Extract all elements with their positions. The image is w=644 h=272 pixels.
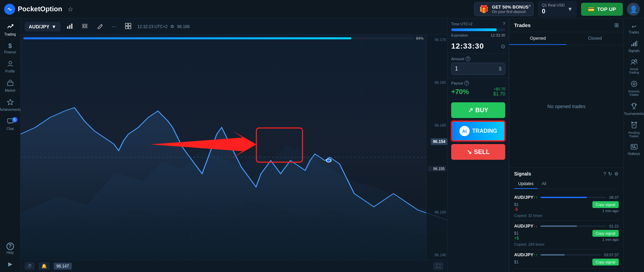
sidebar-item-profile[interactable]: Profile bbox=[1, 57, 19, 76]
current-price-box: 96.154 bbox=[431, 138, 447, 145]
signals-settings-icon[interactable]: ⚙ bbox=[614, 171, 619, 177]
sidebar-item-hotkeys[interactable]: Hotkeys bbox=[625, 141, 643, 158]
topup-button[interactable]: 💳 TOP UP bbox=[581, 3, 623, 16]
right-express-label: Express Trades bbox=[626, 90, 642, 96]
signals-tabs: Updates All bbox=[514, 179, 619, 189]
signal-item-3: AUD/JPY ↑↑ 03:57:37 $1 Copy signal bbox=[514, 249, 619, 269]
signal-amount-1: $1 bbox=[514, 202, 519, 207]
svg-point-9 bbox=[83, 25, 84, 27]
tab-closed[interactable]: Closed bbox=[566, 32, 623, 45]
sidebar-item-signals[interactable]: Signals bbox=[625, 38, 643, 55]
signal-copied-count-2: Copied: 169 times bbox=[514, 242, 619, 246]
svg-rect-5 bbox=[67, 26, 68, 29]
expiry-time: 12:33:30 bbox=[491, 33, 505, 37]
right-sidebar: ↩ Trades Signals bbox=[623, 18, 644, 272]
sell-button[interactable]: ↘ SELL bbox=[451, 144, 505, 160]
trades-grid-icon[interactable]: ⊞ bbox=[614, 22, 619, 28]
payout-prefix: +$0.70 bbox=[494, 87, 505, 91]
progress-area: 84% bbox=[21, 35, 426, 42]
sidebar-item-finance[interactable]: $ Finance bbox=[1, 40, 19, 57]
signals-tab-all[interactable]: All bbox=[538, 179, 550, 189]
sidebar-item-pending-trades[interactable]: Pending Trades bbox=[625, 119, 643, 141]
payout-help-icon[interactable]: ? bbox=[464, 81, 469, 86]
right-express-icon bbox=[631, 80, 638, 89]
sidebar-item-social-trading[interactable]: Social Trading bbox=[625, 56, 643, 77]
signals-refresh-icon[interactable]: ↻ bbox=[608, 171, 612, 177]
timer-reset-icon[interactable]: ⊙ bbox=[501, 43, 505, 50]
right-signals-label: Signals bbox=[628, 49, 640, 53]
topbar: PocketOption ☆ ✕ 🎁 GET 50% BONUS On your… bbox=[0, 0, 644, 18]
copy-signal-button-3[interactable]: Copy signal bbox=[592, 259, 619, 265]
sidebar-expand-button[interactable]: ▶ bbox=[1, 258, 19, 270]
timer-display: 12:33:30 bbox=[451, 42, 484, 51]
fullscreen-button[interactable]: ⛶ bbox=[433, 262, 443, 270]
svg-rect-32 bbox=[635, 42, 636, 46]
copy-signal-button-1[interactable]: Copy signal bbox=[592, 201, 619, 208]
bonus-icon: 🎁 bbox=[479, 5, 488, 14]
pair-dropdown-icon: ▼ bbox=[52, 24, 56, 29]
bottom-price-box: 96.147 bbox=[54, 263, 72, 270]
avatar[interactable]: 👤 bbox=[627, 3, 640, 16]
svg-rect-13 bbox=[125, 23, 128, 26]
ai-trading-button[interactable]: AI TRADING bbox=[451, 121, 505, 141]
sidebar-help-label: Help bbox=[6, 251, 14, 255]
amount-input[interactable]: 1 $ bbox=[451, 63, 505, 75]
tab-opened[interactable]: Opened bbox=[509, 32, 566, 45]
bonus-banner[interactable]: ✕ 🎁 GET 50% BONUS On your first deposit bbox=[474, 2, 534, 16]
expiry-bar: Time UTC+2 ? Expiration 12:33:30 bbox=[448, 18, 509, 39]
signal-pair-2: AUD/JPY bbox=[514, 223, 533, 229]
draw-button[interactable] bbox=[94, 22, 106, 32]
sidebar-item-express-trades[interactable]: Express Trades bbox=[625, 78, 643, 99]
progress-pct: 84% bbox=[416, 36, 424, 40]
sidebar-item-help[interactable]: ? Help bbox=[1, 240, 19, 257]
gear-icon[interactable]: ⚙ bbox=[170, 24, 174, 29]
logo[interactable]: PocketOption bbox=[4, 4, 62, 15]
signals-title: Signals bbox=[514, 171, 531, 177]
signals-section: Signals ? ↻ ⚙ Updates All AUD/JPY ↑↑ bbox=[509, 167, 623, 272]
balance-dropdown-icon[interactable]: ▼ bbox=[567, 6, 573, 12]
signal-bar-2 bbox=[540, 225, 606, 227]
sell-arrow-icon: ↘ bbox=[467, 148, 472, 156]
sidebar-item-chat[interactable]: Chat 5 bbox=[1, 115, 19, 133]
svg-point-1 bbox=[9, 61, 12, 64]
chart-type-button[interactable] bbox=[64, 22, 76, 32]
bonus-text: GET 50% BONUS On your first deposit bbox=[492, 4, 528, 14]
signal-bar-1 bbox=[540, 197, 606, 198]
payout-values: +70% +$0.70 $1.70 bbox=[451, 87, 505, 96]
price-level-4: 96.150 bbox=[428, 210, 446, 214]
buy-button[interactable]: ↗ BUY bbox=[451, 102, 505, 118]
pair-selector[interactable]: AUD/JPY ▼ bbox=[25, 22, 61, 31]
timer-row: 12:33:30 ⊙ bbox=[448, 39, 509, 54]
amount-help-icon[interactable]: ? bbox=[466, 56, 470, 61]
grid-button[interactable] bbox=[122, 22, 134, 32]
time-help-icon[interactable]: ? bbox=[503, 21, 505, 26]
signals-help-icon[interactable]: ? bbox=[603, 171, 606, 177]
sidebar-item-trading[interactable]: Trading bbox=[1, 21, 19, 39]
chart-timer-button[interactable]: ⏱ bbox=[25, 262, 35, 270]
more-button[interactable]: ··· bbox=[109, 22, 119, 31]
signals-tab-updates[interactable]: Updates bbox=[514, 179, 538, 189]
sidebar-item-tournaments[interactable]: Tournaments bbox=[625, 100, 643, 118]
copy-signal-button-2[interactable]: Copy signal bbox=[592, 230, 619, 237]
indicators-button[interactable] bbox=[79, 22, 91, 32]
right-tournaments-icon bbox=[631, 103, 638, 111]
sidebar-trading-label: Trading bbox=[4, 33, 16, 36]
sidebar-item-trades[interactable]: ↩ Trades bbox=[625, 21, 643, 37]
favorite-star-icon[interactable]: ☆ bbox=[68, 5, 73, 13]
sidebar-item-market[interactable]: Market bbox=[1, 77, 19, 95]
svg-rect-7 bbox=[71, 24, 72, 29]
svg-rect-44 bbox=[635, 122, 637, 123]
trades-title: Trades bbox=[514, 22, 531, 28]
trade-buttons: ↗ BUY AI TRADING ↘ SELL bbox=[448, 100, 509, 163]
signal-delta-1: -$ bbox=[514, 207, 519, 212]
sidebar-item-achievements[interactable]: Achievements bbox=[1, 96, 19, 114]
chart-alert-button[interactable]: 🔔 bbox=[39, 262, 50, 270]
signal-time-2: 01:22 bbox=[609, 224, 619, 228]
amount-value: 1 bbox=[455, 66, 458, 72]
svg-point-34 bbox=[632, 60, 634, 63]
signal-copied-count-1: Copied: 32 times bbox=[514, 213, 619, 218]
svg-point-27 bbox=[326, 159, 331, 162]
bonus-close-icon[interactable]: ✕ bbox=[528, 4, 531, 8]
chart-toolbar: AUD/JPY ▼ bbox=[21, 18, 447, 35]
right-social-icon bbox=[631, 59, 638, 67]
